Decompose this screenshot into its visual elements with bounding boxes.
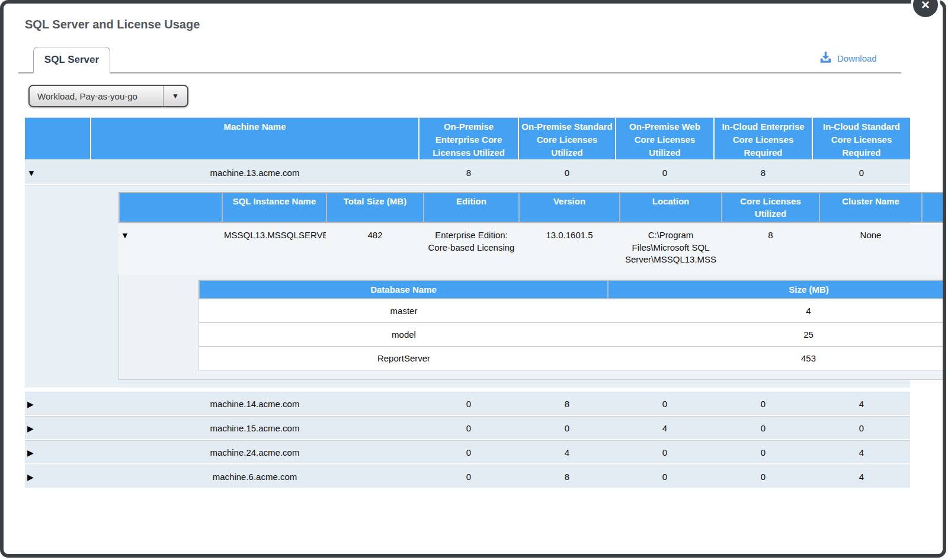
database-row: master4	[198, 299, 946, 323]
license-value-cell: 0	[519, 168, 615, 178]
workload-filter-value: Workload, Pay-as-you-go	[30, 91, 163, 101]
license-value-cell: 0	[715, 447, 812, 457]
collapse-machine-icon[interactable]: ▼	[27, 168, 36, 178]
main-header-column: On-Premise Web Core Licenses Utilized	[616, 118, 713, 159]
database-row: ReportServer453	[198, 347, 946, 370]
license-value-cell: 8	[715, 168, 812, 178]
instance-expanded-panel: Database NameSize (MB) master4model25Rep…	[118, 275, 946, 380]
machine-name-cell: machine.13.acme.com	[91, 168, 418, 178]
license-value-cell: 4	[813, 472, 910, 482]
database-size-cell: 4	[608, 306, 946, 316]
instance-header-column: SQL Instance Name	[223, 193, 326, 222]
machine-row: ▶machine.14.acme.com08004	[25, 392, 910, 416]
instance-total-size-cell: 482	[327, 229, 423, 275]
download-icon	[819, 52, 832, 65]
license-usage-table: Machine NameOn-Premise Enterprise Core L…	[25, 117, 910, 489]
instance-expand-cell: ▼	[120, 229, 222, 275]
database-size-cell: 25	[608, 329, 946, 340]
sql-instance-row: ▼ MSSQL13.MSSQLSERVER 482 Enterprise Edi…	[118, 224, 946, 275]
machine-row: ▶machine.6.acme.com08004	[25, 465, 910, 489]
tab-sql-server[interactable]: SQL Server	[33, 47, 110, 73]
instance-cluster-cell: None	[820, 229, 921, 275]
database-table: Database NameSize (MB) master4model25Rep…	[198, 280, 946, 370]
page-title: SQL Server and License Usage	[25, 18, 200, 31]
database-name-cell: model	[200, 329, 607, 340]
instance-header-column: Version	[520, 193, 619, 222]
license-value-cell: 8	[419, 168, 518, 178]
license-value-cell: 0	[813, 423, 910, 433]
main-header-column: On-Premise Standard Core Licenses Utiliz…	[519, 118, 615, 159]
machine-expand-cell: ▼	[25, 168, 90, 178]
database-size-cell: 453	[608, 353, 946, 363]
license-value-cell: 0	[715, 472, 812, 482]
close-icon: ✕	[921, 0, 930, 12]
sql-instance-table-header: SQL Instance NameTotal Size (MB)EditionV…	[118, 192, 946, 223]
main-table-header: Machine NameOn-Premise Enterprise Core L…	[25, 117, 910, 159]
license-value-cell: 4	[813, 447, 910, 457]
instance-header-expand-column	[120, 193, 222, 222]
instance-clipped-cell	[923, 229, 946, 275]
machine-name-cell: machine.24.acme.com	[91, 447, 418, 457]
expand-machine-icon[interactable]: ▶	[27, 472, 34, 482]
instance-header-column: Cluster Name	[820, 193, 921, 222]
license-value-cell: 0	[715, 423, 812, 433]
license-value-cell: 0	[419, 447, 518, 457]
instance-version-cell: 13.0.1601.5	[520, 229, 619, 275]
database-table-rows: master4model25ReportServer453	[198, 299, 946, 370]
machine-name-cell: machine.15.acme.com	[91, 423, 418, 433]
machine-expand-cell: ▶	[25, 447, 90, 457]
main-header-column: In-Cloud Enterprise Core Licenses Requir…	[715, 118, 812, 159]
main-header-column: Machine Name	[91, 118, 418, 159]
instance-edition-cell: Enterprise Edition: Core-based Licensing	[424, 229, 518, 275]
instance-name-cell: MSSQL13.MSSQLSERVER	[223, 229, 326, 275]
machine-expand-cell: ▶	[25, 399, 90, 409]
machine-row: ▼machine.13.acme.com80080	[25, 161, 910, 185]
main-header-column: In-Cloud Standard Core Licenses Required	[813, 118, 910, 159]
sql-instance-table: SQL Instance NameTotal Size (MB)EditionV…	[118, 192, 946, 380]
license-value-cell: 0	[519, 423, 615, 433]
license-value-cell: 0	[616, 168, 713, 178]
license-value-cell: 0	[715, 399, 812, 409]
download-button[interactable]: Download	[819, 52, 877, 65]
instance-header-column	[923, 193, 946, 222]
machine-name-cell: machine.6.acme.com	[91, 472, 418, 482]
license-value-cell: 0	[419, 423, 518, 433]
license-value-cell: 4	[813, 399, 910, 409]
instance-core-licenses-cell: 8	[722, 229, 819, 275]
instance-header-column: Edition	[424, 193, 518, 222]
machine-name-cell: machine.14.acme.com	[91, 399, 418, 409]
dropdown-arrow-box[interactable]: ▼	[163, 86, 187, 106]
database-header-column: Database Name	[200, 281, 607, 298]
tab-bar: SQL Server Download	[18, 48, 901, 73]
machine-expand-cell: ▶	[25, 423, 90, 433]
database-header-column: Size (MB)	[608, 281, 946, 298]
expand-machine-icon[interactable]: ▶	[27, 448, 34, 457]
database-name-cell: ReportServer	[200, 353, 607, 363]
license-value-cell: 0	[419, 399, 518, 409]
instance-location-cell: C:\Program Files\Microsoft SQL Server\MS…	[620, 229, 721, 275]
workload-filter-dropdown[interactable]: Workload, Pay-as-you-go ▼	[28, 85, 188, 107]
license-value-cell: 0	[616, 472, 713, 482]
instance-header-column: Total Size (MB)	[327, 193, 423, 222]
license-value-cell: 4	[519, 447, 615, 457]
license-value-cell: 0	[616, 447, 713, 457]
expand-machine-icon[interactable]: ▶	[27, 424, 34, 433]
license-value-cell: 0	[616, 399, 713, 409]
machine-row: ▶machine.24.acme.com04004	[25, 440, 910, 465]
main-header-column: On-Premise Enterprise Core Licenses Util…	[419, 118, 518, 159]
license-value-cell: 0	[813, 168, 910, 178]
machine-expanded-panel: SQL Instance NameTotal Size (MB)EditionV…	[25, 185, 910, 392]
instance-header-column: Core Licenses Utilized	[722, 193, 819, 222]
license-usage-dialog: SQL Server and License Usage SQL Server …	[0, 0, 946, 558]
main-header-expand-column	[25, 118, 90, 159]
machine-row: ▶machine.15.acme.com00400	[25, 416, 910, 440]
chevron-down-icon: ▼	[172, 92, 179, 100]
license-value-cell: 4	[616, 423, 713, 433]
expand-machine-icon[interactable]: ▶	[27, 399, 34, 409]
instance-header-column: Location	[620, 193, 721, 222]
license-value-cell: 8	[519, 399, 615, 409]
collapse-instance-icon[interactable]: ▼	[121, 231, 129, 240]
database-table-header: Database NameSize (MB)	[198, 280, 946, 299]
database-row: model25	[198, 323, 946, 347]
download-label: Download	[837, 53, 877, 63]
